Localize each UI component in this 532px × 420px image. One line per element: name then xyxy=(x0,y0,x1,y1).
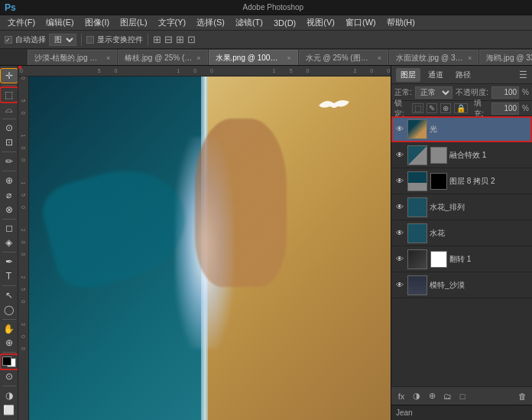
tab-close-2[interactable]: × xyxy=(287,54,291,62)
layer-eye-2[interactable]: 👁 xyxy=(394,176,405,187)
layer-row-3[interactable]: 👁 水花_排列 xyxy=(391,194,532,220)
tab-3[interactable]: 水元 @ 25% (图层...× xyxy=(299,50,388,65)
menu-item-dd[interactable]: 3D(D) xyxy=(269,17,300,29)
layer-row-2[interactable]: 👁 图层 8 拷贝 2 xyxy=(391,168,532,194)
gradient-tool[interactable]: ◈ xyxy=(1,236,18,249)
layer-info-2: 图层 8 拷贝 2 xyxy=(449,176,529,187)
blend-mode-select[interactable]: 正常 溶解 正片叠底 xyxy=(415,86,453,99)
layer-eye-0[interactable]: 👁 xyxy=(394,124,405,135)
layer-options: 正常: 正常 溶解 正片叠底 不透明度: % xyxy=(391,84,532,101)
delete-layer-button[interactable]: 🗑 xyxy=(515,389,529,403)
tab-label-0: 沙漠-枯颓的.jpg @ 33.3% (光, RGB/8#) xyxy=(34,53,103,63)
add-style-button[interactable]: fx xyxy=(394,389,408,403)
transform-check[interactable] xyxy=(86,36,94,44)
menu-item-l[interactable]: 图层(L) xyxy=(115,15,151,30)
layer-eye-3[interactable]: 👁 xyxy=(394,202,405,213)
menu-item-t[interactable]: 滤镜(T) xyxy=(231,15,268,30)
canvas-area: 0 50 100 150 200 250 300 350 400 450 0 5… xyxy=(18,66,391,420)
tab-1[interactable]: 椿枝.jpg @ 25% (预览...× xyxy=(118,50,207,65)
auto-select-check[interactable] xyxy=(5,36,12,44)
menu-item-e[interactable]: 编辑(E) xyxy=(41,15,79,30)
hand-tool[interactable]: ✋ xyxy=(1,322,18,336)
menu-item-h[interactable]: 帮助(H) xyxy=(382,15,420,30)
eyedropper-tool[interactable]: ✏ xyxy=(1,155,18,168)
rectangle-select-tool[interactable]: ⬚ xyxy=(1,88,18,102)
tab-5[interactable]: 海鸥.jpg @ 33.3%...× xyxy=(479,50,532,65)
jean-label-area: Jean xyxy=(391,405,532,420)
tab-label-2: 水果.png @ 100% (图层... xyxy=(216,53,284,63)
tab-4[interactable]: 水面波纹.jpg @ 33.3%...× xyxy=(389,50,478,65)
layer-eye-5[interactable]: 👁 xyxy=(394,254,405,265)
distribute-icon[interactable]: ⊡ xyxy=(187,34,196,45)
pen-tool[interactable]: ✒ xyxy=(1,255,18,269)
opacity-unit: % xyxy=(522,88,529,96)
menu-item-f[interactable]: 文件(F) xyxy=(3,15,40,30)
layer-name-6: 模特_沙漠 xyxy=(430,280,529,291)
add-mask-button[interactable]: ◑ xyxy=(410,389,423,403)
new-group-button[interactable]: 🗂 xyxy=(440,389,454,403)
options-bar: 自动选择 图层 组 显示变换控件 ⊞ ⊟ ⊞ ⊡ xyxy=(0,31,532,49)
tab-close-1[interactable]: × xyxy=(196,54,200,62)
menu-item-y[interactable]: 文字(Y) xyxy=(154,15,191,30)
default-colors-icon[interactable]: ⊙ xyxy=(1,370,18,383)
fill-input[interactable] xyxy=(491,103,519,115)
spot-heal-tool[interactable]: ⊕ xyxy=(1,174,18,187)
panel-tab-paths[interactable]: 路径 xyxy=(451,68,475,82)
layer-row-4[interactable]: 👁 水花 xyxy=(391,220,532,246)
tab-label-5: 海鸥.jpg @ 33.3%... xyxy=(486,53,532,63)
zoom-tool[interactable]: ⊕ xyxy=(1,337,18,350)
layer-eye-1[interactable]: 👁 xyxy=(394,150,405,161)
tab-label-1: 椿枝.jpg @ 25% (预览... xyxy=(125,53,193,63)
crop-tool[interactable]: ⊡ xyxy=(1,135,18,149)
lasso-tool[interactable]: ⌓ xyxy=(1,103,18,116)
new-layer-button[interactable]: □ xyxy=(456,389,469,403)
jean-text: Jean xyxy=(396,409,413,417)
text-tool[interactable]: T xyxy=(1,269,18,283)
clone-stamp-tool[interactable]: ⊗ xyxy=(1,203,18,217)
layer-row-6[interactable]: 👁 模特_沙漠 xyxy=(391,272,532,298)
screen-mode[interactable]: ⬜ xyxy=(1,403,18,417)
menu-item-i[interactable]: 图像(I) xyxy=(80,15,114,30)
move-tool[interactable]: ✛ xyxy=(1,69,18,83)
opacity-input[interactable] xyxy=(491,86,519,99)
left-toolbar: ✛⬚⌓⊙⊡✏⊕⌀⊗◻◈✒T↖◯✋⊕ ⊙◑⬜ xyxy=(0,66,18,420)
foreground-color[interactable] xyxy=(1,355,18,369)
brush-tool[interactable]: ⌀ xyxy=(1,188,18,202)
lock-all-icon[interactable]: 🔒 xyxy=(454,103,468,113)
align-left-icon[interactable]: ⊞ xyxy=(153,34,161,45)
layer-thumb-4 xyxy=(407,223,427,243)
layer-thumb-3 xyxy=(407,197,427,217)
path-select-tool[interactable]: ↖ xyxy=(1,288,18,302)
tab-close-3[interactable]: × xyxy=(378,54,381,62)
tab-0[interactable]: 沙漠-枯颓的.jpg @ 33.3% (光, RGB/8#)× xyxy=(28,50,117,65)
add-adjustment-button[interactable]: ⊕ xyxy=(425,389,439,403)
tab-label-4: 水面波纹.jpg @ 33.3%... xyxy=(396,53,465,63)
separator9 xyxy=(2,352,16,353)
quick-mask-mode[interactable]: ◑ xyxy=(1,389,18,402)
panel-tab-channels[interactable]: 通道 xyxy=(423,68,448,82)
menu-item-s[interactable]: 选择(S) xyxy=(192,15,229,30)
align-right-icon[interactable]: ⊞ xyxy=(176,34,184,45)
tab-close-4[interactable]: × xyxy=(468,54,472,62)
tab-bar: 沙漠-枯颓的.jpg @ 33.3% (光, RGB/8#)×椿枝.jpg @ … xyxy=(0,49,532,66)
panel-tab-layers[interactable]: 图层 xyxy=(396,68,420,82)
menu-item-w[interactable]: 窗口(W) xyxy=(341,15,381,30)
tab-close-0[interactable]: × xyxy=(106,54,110,62)
layer-row-1[interactable]: 👁 融合特效 1 xyxy=(391,142,532,168)
menu-item-v[interactable]: 视图(V) xyxy=(302,15,339,30)
lock-move-icon[interactable]: ⊕ xyxy=(440,103,451,113)
shape-tool[interactable]: ◯ xyxy=(1,303,18,317)
panel-menu-icon[interactable]: ☰ xyxy=(519,70,527,80)
layer-row-0[interactable]: 👁 光 xyxy=(391,116,532,142)
layer-eye-4[interactable]: 👁 xyxy=(394,228,405,239)
quick-select-tool[interactable]: ⊙ xyxy=(1,121,18,135)
auto-select-dropdown[interactable]: 图层 组 xyxy=(49,34,76,46)
align-center-icon[interactable]: ⊟ xyxy=(164,34,173,45)
layer-eye-6[interactable]: 👁 xyxy=(394,280,405,291)
lock-transparent-icon[interactable]: ⬚ xyxy=(412,103,423,113)
layer-row-5[interactable]: 👁 翻转 1 xyxy=(391,246,532,272)
eraser-tool[interactable]: ◻ xyxy=(1,222,18,236)
tab-2[interactable]: 水果.png @ 100% (图层...× xyxy=(209,50,298,65)
ruler-left: 0 50 100 150 200 250 300 xyxy=(18,77,29,420)
lock-paint-icon[interactable]: ✎ xyxy=(427,103,437,113)
